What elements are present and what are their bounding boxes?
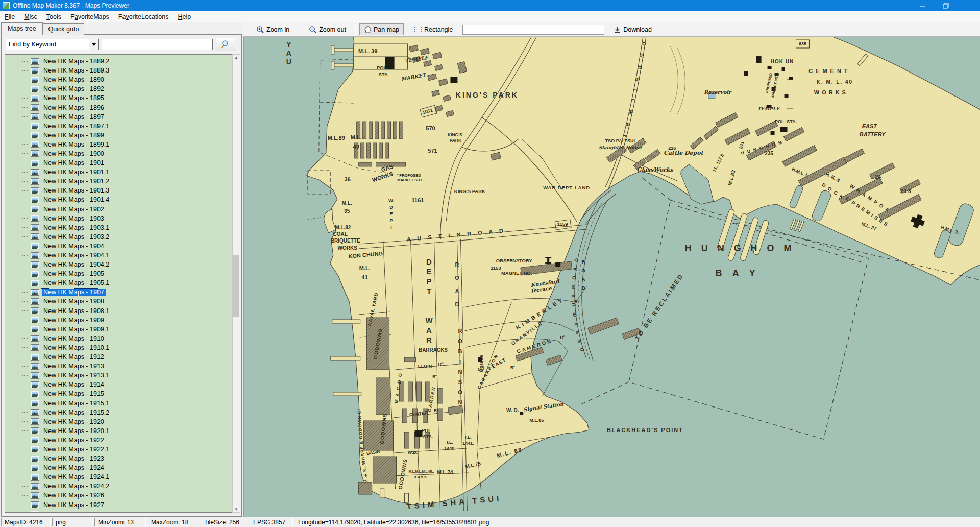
tree-item[interactable]: New HK Maps - 1905 (5, 269, 232, 278)
tree-item[interactable]: New HK Maps - 1909 (5, 316, 232, 325)
tree-item[interactable]: New HK Maps - 1915.2 (5, 408, 232, 417)
map-label: 1440. (444, 446, 455, 451)
zoom-in-button[interactable]: Zoom in (252, 23, 294, 35)
tree-item-label: New HK Maps - 1904.1 (42, 252, 111, 259)
tree-item[interactable]: New HK Maps - 1927.1 (5, 510, 232, 513)
tree-item[interactable]: New HK Maps - 1909.1 (5, 325, 232, 334)
rectangle-button[interactable]: Rectangle (410, 24, 457, 35)
menu-file[interactable]: File (0, 12, 19, 21)
tree-connector (22, 357, 30, 357)
tree-connector (22, 265, 30, 265)
tree-item[interactable]: New HK Maps - 1908 (5, 297, 232, 306)
tree-item[interactable]: New HK Maps - 1903 (5, 214, 232, 223)
menu-misc[interactable]: Misc (19, 12, 42, 21)
close-button[interactable] (957, 0, 980, 11)
tree-scrollbar-thumb[interactable] (233, 255, 239, 317)
map-thumbnail-icon (31, 160, 39, 166)
tree-item[interactable]: New HK Maps - 1924.2 (5, 482, 232, 491)
tree-item[interactable]: New HK Maps - 1907 (5, 288, 232, 297)
tree-item[interactable]: New HK Maps - 1899.1 (5, 140, 232, 149)
tree-item[interactable]: New HK Maps - 1902 (5, 205, 232, 214)
tab-maps-tree[interactable]: Maps tree (1, 22, 43, 35)
tab-quick-goto[interactable]: Quick goto (43, 23, 85, 35)
tree-connector (22, 375, 30, 376)
tree-item[interactable]: New HK Maps - 1924.1 (5, 472, 232, 482)
tree-item[interactable]: New HK Maps - 1924 (5, 463, 232, 472)
tree-connector (22, 98, 30, 99)
tree-item-label: New HK Maps - 1900 (42, 150, 106, 157)
map-label: 1441. (462, 441, 474, 446)
tree-item[interactable]: New HK Maps - 1904.1 (5, 251, 232, 260)
tree-item[interactable]: New HK Maps - 1910 (5, 334, 232, 343)
download-button[interactable]: Download (609, 24, 656, 35)
tree-item[interactable]: New HK Maps - 1897.1 (5, 122, 232, 131)
tree-item[interactable]: New HK Maps - 1889.3 (5, 66, 232, 75)
restore-button[interactable] (934, 0, 957, 11)
map-thumbnail-icon (31, 317, 39, 323)
tree-item[interactable]: New HK Maps - 1904 (5, 242, 232, 251)
menu-favoritemaps[interactable]: FavoriteMaps (66, 12, 114, 21)
tree-item[interactable]: New HK Maps - 1903.1 (5, 223, 232, 232)
tree-item[interactable]: New HK Maps - 1905.1 (5, 278, 232, 288)
tree-item[interactable]: New HK Maps - 1913 (5, 362, 232, 371)
tree-item[interactable]: New HK Maps - 1897 (5, 112, 232, 122)
tree-item[interactable]: New HK Maps - 1904.2 (5, 260, 232, 269)
map-thumbnail-icon (31, 483, 39, 490)
tree-item[interactable]: New HK Maps - 1913.1 (5, 371, 232, 380)
map-thumbnail-icon (31, 446, 39, 452)
minimize-button[interactable] (911, 0, 934, 11)
search-button[interactable] (216, 38, 235, 51)
tree-connector (22, 449, 30, 449)
tree-item[interactable]: New HK Maps - 1910.1 (5, 343, 232, 352)
tree-item[interactable]: New HK Maps - 1915 (5, 389, 232, 398)
tree-connector (22, 366, 30, 367)
tree-item[interactable]: New HK Maps - 1903.2 (5, 232, 232, 242)
tree-item[interactable]: New HK Maps - 1915.1 (5, 398, 232, 408)
map-label: ELGIN (418, 364, 432, 369)
tree-item[interactable]: New HK Maps - 1895 (5, 93, 232, 103)
map-viewport[interactable]: YAUM.L. 39TEMPLEPOLSTAMARKETKING'S PARK1… (243, 37, 980, 517)
menu-help[interactable]: Help (173, 12, 195, 21)
tree-item[interactable]: New HK Maps - 1908.1 (5, 306, 232, 316)
map-thumbnail-icon (31, 215, 39, 222)
tree-item[interactable]: New HK Maps - 1901.1 (5, 167, 232, 177)
tree-item[interactable]: New HK Maps - 1922 (5, 436, 232, 445)
tree-item[interactable]: New HK Maps - 1923 (5, 454, 232, 463)
tree-item[interactable]: New HK Maps - 1901.3 (5, 186, 232, 195)
tree-item[interactable]: New HK Maps - 1901.2 (5, 177, 232, 186)
tree-item[interactable]: New HK Maps - 1914 (5, 380, 232, 389)
tree-item[interactable]: New HK Maps - 1892 (5, 84, 232, 93)
scroll-down-icon[interactable]: ▼ (234, 507, 238, 512)
tree-item[interactable]: New HK Maps - 1926 (5, 491, 232, 500)
tree-item[interactable]: New HK Maps - 1899 (5, 131, 232, 140)
tree-item[interactable]: New HK Maps - 1927 (5, 500, 232, 510)
map-thumbnail-icon (31, 400, 39, 406)
menu-favoritelocations[interactable]: FavoriteLocations (114, 12, 174, 21)
map-label: Rº (560, 334, 565, 340)
map-thumbnail-icon (31, 123, 39, 129)
map-thumbnail-icon (31, 437, 39, 443)
zoom-out-button[interactable]: Zoom out (304, 23, 351, 35)
keyword-search-input[interactable] (102, 39, 213, 50)
tree-item[interactable]: New HK Maps - 1922.1 (5, 445, 232, 454)
find-mode-dropdown[interactable]: Find by Keyword (6, 39, 99, 50)
tree-item[interactable]: New HK Maps - 1901 (5, 158, 232, 167)
pan-map-button[interactable]: Pan map (359, 23, 404, 35)
tree-item[interactable]: New HK Maps - 1896 (5, 103, 232, 112)
map-label: B A Y (716, 268, 760, 278)
map-label: M.L.74. (437, 470, 455, 475)
scroll-up-icon[interactable]: ▲ (234, 55, 238, 60)
tree-item[interactable]: New HK Maps - 1889.2 (5, 57, 232, 66)
tree-item[interactable]: New HK Maps - 1890 (5, 75, 232, 84)
tree-item[interactable]: New HK Maps - 1920.1 (5, 426, 232, 436)
menu-tools[interactable]: Tools (42, 12, 66, 21)
tree-item[interactable]: New HK Maps - 1900 (5, 149, 232, 158)
tree-item[interactable]: New HK Maps - 1901.4 (5, 195, 232, 204)
dropdown-arrow-icon[interactable] (89, 39, 98, 50)
map-thumbnail-icon (31, 280, 39, 286)
tree-scrollbar[interactable]: ▲ ▼ (232, 54, 240, 513)
tree-item[interactable]: New HK Maps - 1912 (5, 352, 232, 362)
toolbar-text-input[interactable] (462, 25, 604, 35)
map-thumbnail-icon (31, 113, 39, 120)
tree-item[interactable]: New HK Maps - 1920 (5, 417, 232, 426)
